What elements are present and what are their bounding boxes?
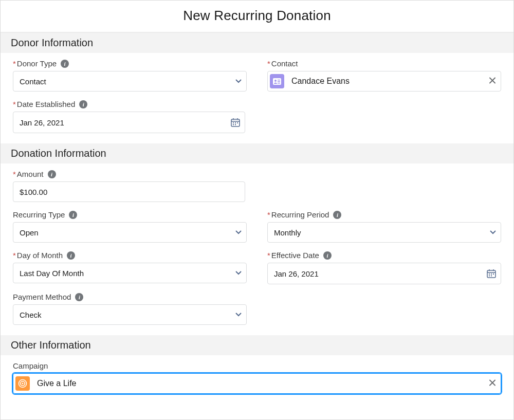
required-star: * [13,170,16,178]
field-recurring-period: *Recurring Period i Monthly [267,210,501,243]
field-day-of-month: *Day of Month i Last Day Of Month [13,251,247,284]
contact-lookup[interactable]: Candace Evans [267,71,501,92]
modal-new-recurring-donation: New Recurring Donation Donor Information… [0,0,514,420]
required-star: * [13,100,16,108]
label-date-established: *Date Established i [13,100,247,108]
amount-input[interactable] [13,181,245,202]
field-amount: *Amount i [13,170,247,202]
lookup-value: Give a Life [35,379,76,388]
section-header-other: Other Information [1,335,513,355]
label-effective-date: *Effective Date i [267,251,501,260]
clear-contact-button[interactable] [489,77,496,86]
clear-campaign-button[interactable] [489,379,496,388]
svg-rect-4 [278,83,280,83]
required-star: * [267,251,270,260]
label-text: Recurring Type [13,210,65,219]
campaign-icon [15,376,30,391]
label-contact: *Contact [267,59,501,68]
field-effective-date: *Effective Date i Jan 26, 2021 [267,251,501,284]
info-icon[interactable]: i [323,251,332,260]
info-icon[interactable]: i [75,293,83,301]
label-text: Date Established [17,100,75,108]
label-text: Effective Date [271,251,319,260]
form-body: Donor Information *Donor Type i Contact [1,33,513,404]
info-icon[interactable]: i [69,211,77,219]
recurring-type-select[interactable]: Open [13,222,247,243]
required-star: * [13,251,16,260]
label-text: Recurring Period [271,210,329,219]
field-donor-type: *Donor Type i Contact [13,59,247,92]
section-header-donation: Donation Information [1,143,513,163]
label-recurring-type: Recurring Type i [13,210,247,219]
section-other: Campaign Give a Life [1,355,513,404]
label-campaign: Campaign [13,361,501,370]
label-text: Payment Method [13,293,71,301]
label-day-of-month: *Day of Month i [13,251,247,260]
donor-type-select[interactable]: Contact [13,71,247,92]
select-value: Open [20,228,39,237]
section-header-donor: Donor Information [1,33,513,53]
payment-method-select[interactable]: Check [13,304,247,325]
select-value: Contact [20,77,46,86]
svg-rect-3 [278,81,280,82]
contact-icon [270,74,284,88]
date-value: Jan 26, 2021 [274,269,319,278]
label-text: Contact [271,59,298,68]
required-star: * [13,59,16,68]
date-value: Jan 26, 2021 [20,118,64,127]
field-campaign: Campaign Give a Life [13,361,501,394]
info-icon[interactable]: i [48,170,56,178]
page-title: New Recurring Donation [1,1,513,33]
field-recurring-type: Recurring Type i Open [13,210,247,243]
info-icon[interactable]: i [333,211,341,219]
info-icon[interactable]: i [61,60,69,68]
label-amount: *Amount i [13,170,247,178]
label-payment-method: Payment Method i [13,293,247,301]
field-date-established: *Date Established i Jan 26, 2021 [13,100,247,133]
label-text: Amount [17,170,44,178]
svg-point-1 [274,80,277,82]
field-contact: *Contact Candace Evans [267,59,501,92]
info-icon[interactable]: i [67,251,75,260]
recurring-period-select[interactable]: Monthly [267,222,501,243]
lookup-value: Candace Evans [289,77,350,86]
date-established-input[interactable]: Jan 26, 2021 [13,112,245,133]
field-payment-method: Payment Method i Check [13,293,247,325]
select-value: Monthly [274,228,301,237]
label-recurring-period: *Recurring Period i [267,210,501,219]
label-text: Day of Month [17,251,63,260]
label-text: Donor Type [17,59,57,68]
section-donation: *Amount i Recurring Type i Open [1,163,513,335]
select-value: Check [20,311,42,319]
svg-rect-2 [278,80,280,80]
label-donor-type: *Donor Type i [13,59,247,68]
info-icon[interactable]: i [79,100,87,108]
required-star: * [267,210,270,219]
effective-date-input[interactable]: Jan 26, 2021 [267,263,501,284]
campaign-lookup[interactable]: Give a Life [13,373,501,394]
svg-point-25 [22,383,24,385]
required-star: * [267,59,270,68]
day-of-month-select[interactable]: Last Day Of Month [13,263,247,283]
label-text: Campaign [13,361,48,370]
select-value: Last Day Of Month [20,269,84,278]
section-donor: *Donor Type i Contact *Contact [1,53,513,143]
